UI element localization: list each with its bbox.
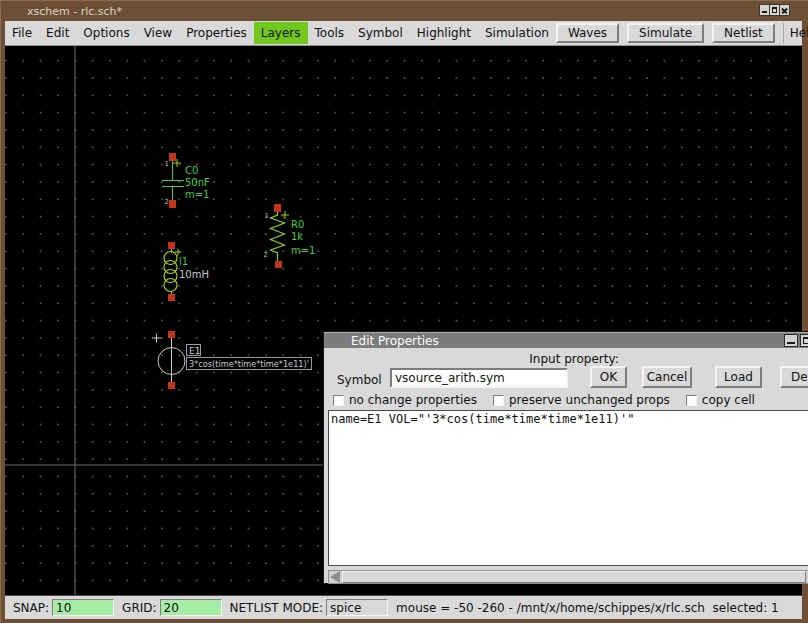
window-controls <box>760 4 790 16</box>
dialog-titlebar[interactable]: Edit Properties <box>324 332 808 348</box>
component-mult: m=1 <box>291 245 315 256</box>
capacitor-C0[interactable]: 1 2 C0 50nF m=1 <box>162 153 210 208</box>
netlist-mode-label: NETLIST MODE: <box>230 601 324 615</box>
checkbox-label: no change properties <box>349 393 477 407</box>
close-icon[interactable] <box>779 4 790 16</box>
del-button[interactable]: Del <box>780 366 808 388</box>
pin-terminal[interactable] <box>168 294 175 301</box>
pin-number: 2 <box>264 251 268 259</box>
menu-file[interactable]: File <box>5 22 39 44</box>
pin-terminal[interactable] <box>168 382 175 389</box>
menu-simulation[interactable]: Simulation <box>478 22 556 44</box>
property-textarea[interactable]: name=E1 VOL="'3*cos(time*time*time*1e11)… <box>328 410 808 566</box>
menu-options[interactable]: Options <box>76 22 136 44</box>
checkbox-label: copy cell <box>702 393 755 407</box>
statusbar: SNAP: GRID: NETLIST MODE: mouse = -50 -2… <box>5 595 802 619</box>
pin-terminal[interactable] <box>168 242 175 249</box>
snap-input[interactable] <box>52 599 114 616</box>
vsource-E1-selected[interactable]: E1 3*cos(time*time*time*1e11)' <box>152 331 312 389</box>
preserve-unchanged-props-checkbox[interactable] <box>493 395 504 406</box>
window-title: xschem - rlc.sch* <box>27 5 122 18</box>
menu-symbol[interactable]: Symbol <box>351 22 410 44</box>
checkbox-label: preserve unchanged props <box>509 393 670 407</box>
pin-number: 1 <box>165 160 169 168</box>
mouse-status-text: mouse = -50 -260 - /mnt/x/home/schippes/… <box>396 601 779 615</box>
component-mult: m=1 <box>185 189 209 200</box>
component-value: 1k <box>291 231 303 242</box>
grid-input[interactable] <box>160 599 222 616</box>
titlebar: xschem - rlc.sch* <box>5 1 804 21</box>
netlist-button[interactable]: Netlist <box>712 23 775 43</box>
component-ref: R0 <box>291 219 304 230</box>
ok-button[interactable]: OK <box>590 366 627 388</box>
component-formula: 3*cos(time*time*time*1e11)' <box>189 359 309 369</box>
load-button[interactable]: Load <box>715 366 762 388</box>
component-value: 50nF <box>185 177 210 188</box>
netlist-mode-input[interactable] <box>326 599 388 616</box>
component-ref: C0 <box>185 165 198 176</box>
waves-button[interactable]: Waves <box>556 23 619 43</box>
pin-number: 1 <box>265 212 269 220</box>
grid-label: GRID: <box>122 601 156 615</box>
edit-properties-dialog: Edit Properties Input property: Symbol O… <box>323 331 808 584</box>
menu-edit[interactable]: Edit <box>39 22 76 44</box>
input-property-label: Input property: <box>324 352 808 366</box>
pin-terminal[interactable] <box>274 204 281 212</box>
no-change-properties-checkbox[interactable] <box>333 395 344 406</box>
component-ref: l1 <box>179 256 188 267</box>
component-value: 10mH <box>179 269 209 280</box>
resistor-R0[interactable]: 1 2 R0 1k m=1 <box>264 204 316 268</box>
menu-view[interactable]: View <box>137 22 179 44</box>
pin-terminal[interactable] <box>169 200 176 208</box>
inductor-l1[interactable]: l1 10mH <box>164 242 209 301</box>
help-button[interactable]: Help <box>783 23 808 43</box>
menu-tools[interactable]: Tools <box>308 22 352 44</box>
menu-properties[interactable]: Properties <box>179 22 254 44</box>
cancel-button[interactable]: Cancel <box>642 366 692 388</box>
pin-terminal[interactable] <box>169 153 176 161</box>
component-ref: E1 <box>189 346 200 356</box>
pin-terminal[interactable] <box>168 331 175 338</box>
xschem-window: xschem - rlc.sch* File Edit Options View… <box>0 0 808 623</box>
dialog-checkboxes: no change properties preserve unchanged … <box>333 393 771 407</box>
menubar: File Edit Options View Properties Layers… <box>5 21 802 46</box>
scroll-left-arrow-icon[interactable] <box>330 571 340 583</box>
pin-terminal[interactable] <box>275 261 282 268</box>
dialog-title: Edit Properties <box>351 334 439 348</box>
menu-highlight[interactable]: Highlight <box>410 22 478 44</box>
menu-layers[interactable]: Layers <box>254 22 308 44</box>
symbol-input[interactable] <box>390 368 568 388</box>
pin-number: 2 <box>165 198 169 206</box>
copy-cell-checkbox[interactable] <box>686 395 697 406</box>
scrollbar-thumb[interactable] <box>342 571 806 583</box>
dialog-minimize-icon[interactable] <box>784 334 798 347</box>
simulate-button[interactable]: Simulate <box>627 23 704 43</box>
snap-label: SNAP: <box>13 601 49 615</box>
horizontal-scrollbar[interactable] <box>328 570 808 584</box>
dialog-maximize-icon[interactable] <box>800 334 808 347</box>
symbol-label: Symbol <box>337 373 382 387</box>
